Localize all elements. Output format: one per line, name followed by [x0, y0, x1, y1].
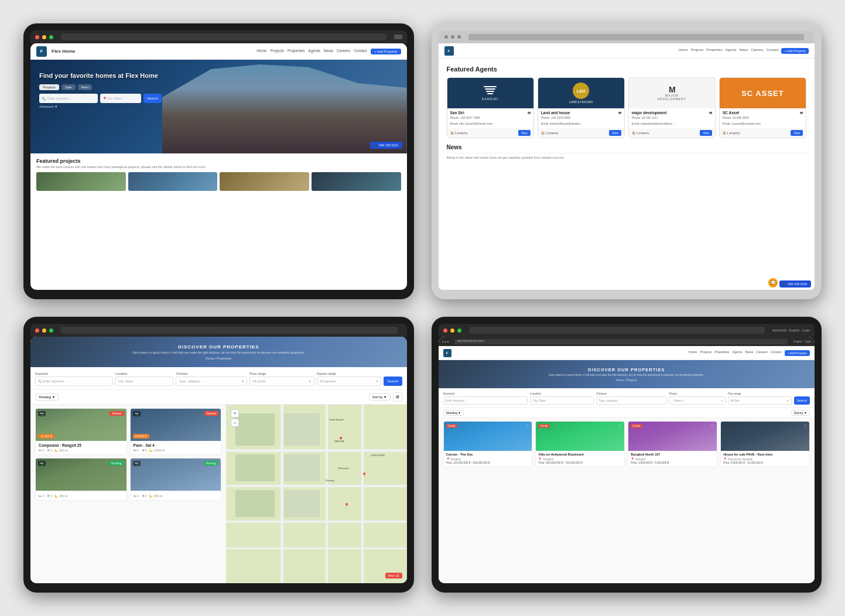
- s3-map-toggle[interactable]: ⊞: [393, 392, 402, 402]
- s2-news-divider: [447, 153, 807, 153]
- s4-floors-input[interactable]: -- Select -- ▼: [669, 396, 726, 405]
- s4-search-button[interactable]: Search: [794, 396, 810, 405]
- s4-nav-contact[interactable]: Contact: [771, 350, 782, 356]
- s1-add-property-btn[interactable]: + Add Property: [371, 49, 401, 54]
- s1-project-1[interactable]: [36, 172, 126, 191]
- s3-listing-3[interactable]: 📷 Renting 🛏 2 🚿 2 📐 180 m²: [35, 458, 127, 501]
- s4-project-3-loc-icon: 📍: [631, 457, 634, 461]
- s3-price-input[interactable]: All prices ▼: [249, 377, 314, 386]
- s1-nav-news[interactable]: News: [324, 49, 333, 54]
- s2-nav-home[interactable]: Home: [679, 48, 688, 54]
- s3-listing-1-meta: 🛏 2 🚿 2 📐 200 m²: [39, 449, 124, 452]
- s1-project-4[interactable]: [312, 172, 401, 191]
- s3-zoom-out[interactable]: −: [231, 419, 239, 427]
- s2-nav-contact[interactable]: Contact: [767, 48, 779, 54]
- s1-nav-careers[interactable]: Careers: [337, 49, 350, 54]
- s4-project-1[interactable]: Condo ♡ Canvas - The Sea 📍 Bangkok Price…: [443, 421, 533, 467]
- s4-project-1-heart[interactable]: ♡: [526, 424, 529, 429]
- s4-project-3-img: Condo ♡: [628, 422, 717, 451]
- s4-listing-grid: Condo ♡ Canvas - The Sea 📍 Bangkok Price…: [443, 421, 810, 467]
- s1-location-input[interactable]: 📍 City, State: [100, 94, 141, 103]
- s4-sort-button[interactable]: Sort by ▼: [791, 410, 810, 416]
- s2-nav-news[interactable]: News: [739, 48, 748, 54]
- dot-green-1[interactable]: [49, 35, 53, 39]
- s1-nav-home[interactable]: Home: [256, 49, 266, 54]
- s2-landhouse-lh: L&H: [577, 89, 585, 93]
- s1-nav-projects[interactable]: Projects: [270, 49, 283, 54]
- map-icon: ⊞: [396, 395, 399, 399]
- s3-reset-btn[interactable]: Rest: 32: [385, 573, 402, 579]
- s1-nav-agents[interactable]: Agents: [309, 49, 320, 54]
- s1-search-button[interactable]: Search: [143, 94, 162, 103]
- s4-project-2[interactable]: Condo ♡ Villa on Hollywood Boulevard 📍 B…: [535, 421, 625, 467]
- s4-project-4[interactable]: ♡ House for sale PAVE - Ram Intra 📍 Bang…: [720, 421, 810, 467]
- s1-project-2[interactable]: [128, 172, 218, 191]
- s4-showing-button[interactable]: Showing ▼: [443, 410, 464, 416]
- s3-choices-input[interactable]: Type, category... ▼: [176, 377, 247, 386]
- s3-sort-button[interactable]: Sort by ▼: [369, 393, 390, 401]
- s3-map-block2: [284, 413, 320, 446]
- s2-agent-landhouse[interactable]: L&H LAND & HOUSES Land and house ✉ Phone…: [538, 77, 625, 138]
- s3-location-input[interactable]: City, State: [115, 377, 174, 386]
- s2-agent-major[interactable]: M MAJORDEVELOPMENT major development ✉ P…: [628, 77, 716, 138]
- s2-nav-careers[interactable]: Careers: [751, 48, 763, 54]
- s1-tab-sale[interactable]: Sale: [61, 84, 76, 90]
- tab3-dot-green[interactable]: [49, 328, 53, 333]
- tab3-dot-red[interactable]: [35, 328, 39, 333]
- s2-major-view[interactable]: View: [700, 130, 712, 136]
- s1-project-3[interactable]: [220, 172, 309, 191]
- s3-search-button[interactable]: Search: [384, 377, 402, 386]
- s1-tab-rent[interactable]: Rent: [78, 84, 93, 90]
- tab3-dot-yellow[interactable]: [42, 328, 46, 333]
- s4-add-property-btn[interactable]: + Add Property: [785, 350, 810, 356]
- s4-project-2-heart[interactable]: ♡: [618, 424, 622, 429]
- s2-nav-properties[interactable]: Properties: [706, 48, 722, 54]
- s1-tab-projects[interactable]: Projects: [39, 84, 59, 90]
- s4-nav-links: Home Projects Properties Agents News Car…: [689, 350, 810, 356]
- dot-red-1[interactable]: [35, 35, 39, 39]
- s4-flat-input[interactable]: All flats ▼: [728, 396, 792, 405]
- s3-listing-4[interactable]: 📷 Renting 🛏 3 🚿 2 📐 250 m²: [130, 458, 222, 501]
- s2-scasset-view[interactable]: View: [791, 130, 803, 136]
- s4-nav-careers[interactable]: Careers: [756, 350, 768, 356]
- s3-showing-button[interactable]: Showing ▼: [35, 393, 59, 401]
- s3-listing-2[interactable]: 📷 24,000 B Rented Pave - Sai 4 🛏 4 🚿 3: [130, 408, 222, 455]
- s4-project-3[interactable]: Condo ♡ Bangkok North 107 📍 Bangkok Pric…: [628, 421, 717, 467]
- s2-add-property-btn[interactable]: + Add Property: [781, 48, 809, 54]
- s2-sansiri-view[interactable]: View: [518, 130, 531, 136]
- s3-square-input[interactable]: All squares ▼: [317, 377, 382, 386]
- s4-location-input[interactable]: City, State: [530, 396, 594, 405]
- s3-map-road-3: [226, 521, 406, 523]
- s2-agent-sansiri[interactable]: SANSIRI San Siri ✉ Phone: +66 3027 7888 …: [447, 77, 534, 138]
- tab4-dot-green[interactable]: [457, 328, 461, 333]
- s1-advanced[interactable]: Advanced ▼: [39, 105, 162, 108]
- s4-nav-news[interactable]: News: [745, 350, 753, 356]
- s3-listing-1[interactable]: 📷 25,000 B Rented Compound - Rangsit 25 …: [35, 408, 127, 455]
- s4-project-3-heart[interactable]: ♡: [711, 424, 714, 429]
- s4-keyword-input[interactable]: Enter keyword...: [443, 396, 528, 405]
- s1-keyword-input[interactable]: 🔍 Enter keyword...: [39, 94, 98, 103]
- search-icon: 🔍: [42, 97, 46, 101]
- s4-project-1-loc: 📍 Bangkok: [446, 457, 530, 461]
- s4-choices-input[interactable]: Type, category...: [596, 396, 667, 405]
- s3-zoom-in[interactable]: +: [231, 409, 239, 417]
- s1-nav-properties[interactable]: Properties: [288, 49, 305, 54]
- tab4-dot-yellow[interactable]: [450, 328, 454, 333]
- s4-nav-agents[interactable]: Agents: [732, 350, 742, 356]
- s2-landhouse-view[interactable]: View: [609, 130, 621, 136]
- s3-keyword-input[interactable]: 🔍 Enter keyword...: [35, 377, 113, 386]
- dot-yellow-1[interactable]: [42, 35, 46, 39]
- s3-listing-4-area: 📐 250 m²: [149, 494, 163, 498]
- s2-agent-scasset[interactable]: SC ASSET SC Asset ✉ Phone: 02 949 3000 E…: [719, 77, 806, 138]
- tab4-url: [469, 327, 765, 334]
- s2-chat-icon[interactable]: 💬: [768, 278, 778, 288]
- s1-nav-contact[interactable]: Contact: [354, 49, 367, 54]
- tab4-dot-red[interactable]: [443, 328, 447, 333]
- s4-navbar: F Home Projects Properties Agents News C…: [439, 346, 815, 360]
- s2-nav-projects[interactable]: Projects: [691, 48, 704, 54]
- s2-nav-agents[interactable]: Agents: [726, 48, 737, 54]
- s4-nav-home[interactable]: Home: [689, 350, 697, 356]
- s4-project-4-heart[interactable]: ♡: [803, 424, 807, 429]
- s4-nav-projects[interactable]: Projects: [700, 350, 711, 356]
- s4-nav-properties[interactable]: Properties: [714, 350, 729, 356]
